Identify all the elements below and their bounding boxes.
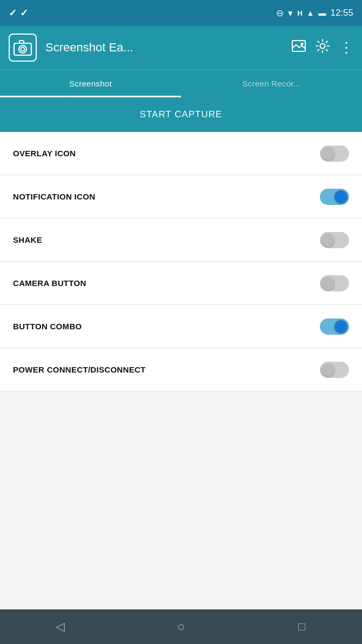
svg-point-6 [320,44,325,49]
svg-point-2 [21,48,25,51]
setting-notification-icon[interactable]: NOTIFICATION ICON [0,175,362,218]
setting-shake[interactable]: SHAKE [0,218,362,262]
settings-list: OVERLAY ICON NOTIFICATION ICON SHAKE CAM… [0,132,362,391]
app-title: Screenshot Ea... [45,41,283,55]
overflow-menu-icon[interactable]: ⋮ [339,41,353,55]
content-area [0,391,362,644]
toggle-knob [321,234,334,247]
svg-point-5 [301,43,304,45]
check-icon-2: ✓ [20,7,28,19]
app-icon [9,34,37,62]
recents-icon: □ [298,620,305,634]
camera-button-toggle[interactable] [320,275,349,291]
tab-screenshot[interactable]: Screenshot [0,70,181,97]
toggle-knob [321,363,334,376]
notification-icon-toggle[interactable] [320,189,349,205]
start-capture-label: START CAPTURE [140,109,223,120]
setting-button-combo[interactable]: BUTTON COMBO [0,305,362,348]
shake-toggle[interactable] [320,232,349,248]
svg-point-1 [19,45,26,53]
minus-circle-icon: ⊖ [276,8,284,19]
overlay-icon-toggle[interactable] [320,145,349,162]
app-bar: Screenshot Ea... ⋮ [0,26,362,69]
wifi-icon: ▾ [288,8,293,19]
gallery-icon[interactable] [292,40,306,55]
nav-bar: ◁ ○ □ [0,609,362,644]
status-right: ⊖ ▾ H ▲ ▬ 12:55 [276,8,353,19]
tab-bar: Screenshot Screen Recor... [0,69,362,97]
overlay-icon-label: OVERLAY ICON [13,149,76,158]
setting-camera-button[interactable]: CAMERA BUTTON [0,262,362,305]
recents-button[interactable]: □ [289,614,314,640]
power-connect-toggle[interactable] [320,362,349,378]
battery-icon: ▬ [318,9,326,17]
status-left: ✓ ✓ [9,7,28,19]
button-combo-label: BUTTON COMBO [13,322,82,331]
home-icon: ○ [177,619,185,634]
h-icon: H [297,9,302,17]
time-display: 12:55 [330,8,353,18]
setting-power-connect[interactable]: POWER CONNECT/DISCONNECT [0,348,362,391]
svg-rect-3 [19,41,24,43]
status-bar: ✓ ✓ ⊖ ▾ H ▲ ▬ 12:55 [0,0,362,26]
notification-icon-label: NOTIFICATION ICON [13,192,95,201]
toggle-knob [334,190,347,203]
signal-icon: ▲ [307,9,314,17]
camera-button-label: CAMERA BUTTON [13,278,86,288]
tab-screen-recorder[interactable]: Screen Recor... [181,70,362,97]
home-button[interactable]: ○ [168,614,194,640]
start-capture-button[interactable]: START CAPTURE [0,97,362,132]
power-connect-label: POWER CONNECT/DISCONNECT [13,365,146,374]
setting-overlay-icon[interactable]: OVERLAY ICON [0,132,362,175]
back-button[interactable]: ◁ [48,614,73,640]
back-icon: ◁ [56,620,65,634]
shake-label: SHAKE [13,235,42,244]
toggle-knob [321,277,334,290]
toggle-knob [334,320,347,333]
settings-icon[interactable] [316,39,330,56]
button-combo-toggle[interactable] [320,318,349,335]
app-bar-actions: ⋮ [292,39,353,56]
check-icon-1: ✓ [9,7,17,19]
toggle-knob [321,147,334,160]
